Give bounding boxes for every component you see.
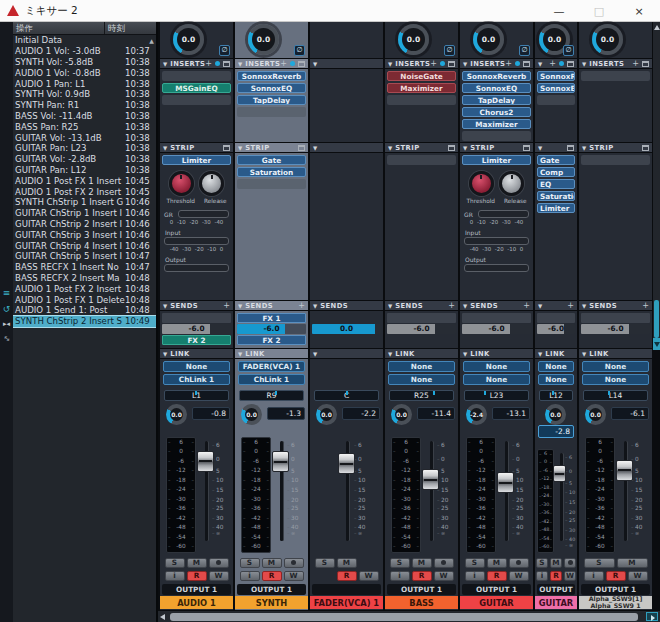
- mute-button[interactable]: M: [617, 558, 648, 568]
- fader-handle[interactable]: [553, 465, 566, 482]
- insert-slot[interactable]: TapDelay: [462, 95, 531, 105]
- release-knob[interactable]: [199, 171, 224, 196]
- mute-button[interactable]: M: [337, 558, 357, 568]
- history-row[interactable]: GUITAR Pan: L12 10:38: [13, 165, 156, 176]
- read-button[interactable]: R: [412, 571, 432, 581]
- insert-slot[interactable]: NoiseGate: [387, 71, 456, 81]
- send-slot[interactable]: [162, 313, 231, 323]
- strip-header[interactable]: ▼: [310, 142, 383, 153]
- fader-value[interactable]: -0.8: [192, 407, 230, 420]
- link-slot[interactable]: None: [582, 361, 649, 372]
- write-button[interactable]: W: [628, 571, 648, 581]
- phase-icon[interactable]: ∅: [219, 45, 230, 56]
- insert-slot[interactable]: SonnoxReverb: [462, 71, 531, 81]
- history-row[interactable]: BASS Vol: -11.4dB 10:38: [13, 111, 156, 122]
- link-header[interactable]: ▼LINK: [460, 348, 533, 359]
- strip-module[interactable]: Gate: [237, 155, 306, 165]
- write-button[interactable]: W: [509, 571, 529, 581]
- listen-button[interactable]: [509, 558, 529, 568]
- link-header[interactable]: ▼LINK: [385, 348, 458, 359]
- strip-module[interactable]: Limiter: [162, 155, 231, 165]
- window-icon[interactable]: [523, 145, 530, 151]
- sends-header[interactable]: ▼+: [535, 300, 577, 311]
- inspect-button[interactable]: i: [165, 571, 185, 581]
- release-knob[interactable]: [499, 171, 524, 196]
- insert-slot[interactable]: SonnoxReverb: [537, 71, 575, 81]
- mute-button[interactable]: M: [550, 558, 562, 568]
- fader-track[interactable]: [430, 441, 433, 541]
- strip-header[interactable]: ▼STRIP: [160, 142, 233, 153]
- add-send-icon[interactable]: +: [223, 302, 230, 310]
- history-row[interactable]: GUITAR Vol: -13.1dB 10:38: [13, 132, 156, 143]
- channel-name[interactable]: SYNTH: [235, 596, 308, 609]
- link-slot[interactable]: ChLink 1: [163, 374, 230, 385]
- insert-slot[interactable]: [581, 71, 650, 81]
- history-row[interactable]: AUDIO 1 Post FX 1 Delete 10:48: [13, 294, 156, 305]
- solo-button[interactable]: S: [315, 558, 335, 568]
- threshold-knob[interactable]: [169, 171, 194, 196]
- output-routing[interactable]: OUTPUT 1: [387, 584, 456, 595]
- insert-slot[interactable]: SonnoxReverb: [237, 71, 306, 81]
- solo-button[interactable]: S: [465, 558, 485, 568]
- output-routing[interactable]: OUTPUT 1: [462, 584, 531, 595]
- window-icon[interactable]: [448, 145, 455, 151]
- add-insert-icon[interactable]: +: [632, 60, 639, 68]
- strip-header[interactable]: ▼STRIP: [385, 142, 458, 153]
- mute-button[interactable]: M: [262, 558, 282, 568]
- fader-track[interactable]: [624, 441, 627, 541]
- input-gain-knob[interactable]: 0.0: [539, 24, 570, 55]
- write-button[interactable]: W: [284, 571, 304, 581]
- send-slot[interactable]: FX 2: [237, 335, 306, 345]
- link-header[interactable]: ▼: [310, 348, 383, 359]
- fader-value[interactable]: -1.3: [267, 407, 305, 420]
- history-row[interactable]: GUITAR ChStrip 2 Insert I 10:46: [13, 219, 156, 230]
- insert-slot[interactable]: Chorus2: [462, 107, 531, 117]
- output-routing[interactable]: OUTPUT 1: [581, 584, 650, 595]
- history-row[interactable]: AUDIO 1 Vol: -0.8dB 10:38: [13, 67, 156, 78]
- pan-control[interactable]: L12: [539, 390, 573, 401]
- insert-slot[interactable]: Maximizer: [387, 83, 456, 93]
- strip-module[interactable]: Saturation: [237, 167, 306, 177]
- inspect-button[interactable]: i: [584, 571, 604, 581]
- link-header[interactable]: ▼LINK: [160, 348, 233, 359]
- history-row[interactable]: SYNTH ChStrip 2 Insert S 10:49: [13, 316, 156, 327]
- output-routing[interactable]: OUTPUT 1: [237, 584, 306, 595]
- link-header[interactable]: ▼LINK: [535, 348, 577, 359]
- mixer-horizontal-scrollbar[interactable]: [158, 610, 660, 622]
- strip-header[interactable]: ▼STRIP: [460, 142, 533, 153]
- add-send-icon[interactable]: +: [642, 302, 649, 310]
- strip-header[interactable]: ▼: [535, 142, 577, 153]
- fader-value[interactable]: -2.8: [538, 425, 574, 438]
- send-slot[interactable]: [387, 313, 456, 323]
- send-level-bar[interactable]: -6.0: [462, 324, 531, 334]
- window-icon[interactable]: [642, 61, 649, 67]
- scroll-left-icon[interactable]: [160, 614, 165, 620]
- channel-name[interactable]: AUDIO 1: [160, 596, 233, 609]
- history-row[interactable]: AUDIO 1 Post FX 2 Insert 10:45: [13, 186, 156, 197]
- history-row[interactable]: SYNTH Vol: 0.9dB 10:38: [13, 89, 156, 100]
- input-gain-knob[interactable]: 0.0: [173, 24, 204, 55]
- history-scroll-up-icon[interactable]: ▲: [147, 36, 156, 46]
- inserts-header[interactable]: ▼INSERTS+: [385, 58, 458, 69]
- send-level-bar[interactable]: -6.0: [537, 324, 575, 334]
- threshold-knob[interactable]: [469, 171, 494, 196]
- link-slot[interactable]: FADER(VCA) 1: [238, 361, 305, 372]
- add-send-icon[interactable]: +: [523, 302, 530, 310]
- scrollbar-thumb[interactable]: [654, 300, 659, 338]
- link-slot[interactable]: None: [538, 374, 574, 385]
- send-slot[interactable]: [462, 313, 531, 323]
- racks-scrollbar[interactable]: [652, 22, 660, 350]
- window-icon[interactable]: [223, 61, 230, 67]
- strip-header[interactable]: ▼STRIP: [235, 142, 308, 153]
- pan-control[interactable]: L1: [164, 390, 229, 401]
- history-row[interactable]: SYNTH ChStrip 1 Insert G 10:46: [13, 197, 156, 208]
- send-level-bar[interactable]: -6.0: [387, 324, 456, 334]
- solo-button[interactable]: S: [536, 558, 548, 568]
- listen-button[interactable]: [564, 558, 576, 568]
- window-icon[interactable]: [223, 145, 230, 151]
- history-row[interactable]: Initial Data: [13, 35, 156, 46]
- fader-handle[interactable]: [422, 469, 439, 490]
- link-header[interactable]: ▼LINK: [235, 348, 308, 359]
- strip-header[interactable]: ▼STRIP: [579, 142, 652, 153]
- fader-handle[interactable]: [497, 472, 514, 493]
